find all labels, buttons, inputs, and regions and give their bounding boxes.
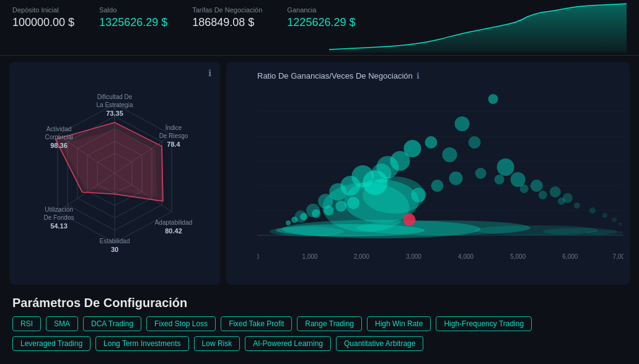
tag-dca-trading[interactable]: DCA Trading <box>83 316 141 331</box>
svg-point-77 <box>574 202 580 209</box>
scatter-info-icon: ℹ <box>416 71 420 80</box>
svg-text:7,000: 7,000 <box>612 253 624 260</box>
svg-point-64 <box>300 213 307 220</box>
tag-leveraged-trading[interactable]: Leveraged Trading <box>12 336 90 351</box>
svg-point-66 <box>324 206 333 215</box>
tags-row-2: Leveraged TradingLong Term InvestmentsLo… <box>12 336 627 351</box>
svg-text:4,000: 4,000 <box>458 253 474 260</box>
svg-text:0: 0 <box>257 253 259 260</box>
tag-quantitative-arbitrage[interactable]: Quantitative Arbitrage <box>336 336 423 351</box>
svg-point-75 <box>539 191 547 199</box>
svg-point-37 <box>488 94 498 104</box>
saldo-label: Saldo <box>99 6 167 14</box>
tag-low-risk[interactable]: Low Risk <box>194 336 240 351</box>
svg-point-33 <box>270 227 344 236</box>
scatter-title-text: Ratio De Ganancias/Veces De Negociación <box>257 71 413 80</box>
svg-point-69 <box>411 188 426 202</box>
svg-point-79 <box>602 213 607 218</box>
svg-point-74 <box>520 184 529 193</box>
svg-text:2,000: 2,000 <box>354 253 369 260</box>
svg-text:5,000: 5,000 <box>510 253 526 260</box>
tag-high-win-rate[interactable]: High Win Rate <box>367 316 431 331</box>
tag-range-trading[interactable]: Range Trading <box>297 316 362 331</box>
svg-point-49 <box>550 186 561 197</box>
svg-point-44 <box>443 147 457 162</box>
scatter-title: Ratio De Ganancias/Veces De Negociación … <box>257 71 624 80</box>
svg-point-65 <box>312 209 320 218</box>
scatter-panel: Ratio De Ganancias/Veces De Negociación … <box>226 62 630 285</box>
tag-sma[interactable]: SMA <box>46 316 78 331</box>
svg-text:1,000: 1,000 <box>302 253 318 260</box>
radar-container: Dificultad DeLa Estrategia73.35 ÍndiceDe… <box>34 93 195 254</box>
saldo-value: 1325626.29 $ <box>99 16 167 29</box>
svg-point-71 <box>449 171 463 185</box>
saldo-metric: Saldo 1325626.29 $ <box>99 6 167 29</box>
top-bar: Depósito Inicial 100000.00 $ Saldo 13256… <box>0 0 639 56</box>
svg-point-63 <box>291 217 297 223</box>
svg-point-62 <box>286 220 291 225</box>
metrics-container: Depósito Inicial 100000.00 $ Saldo 13256… <box>12 6 355 29</box>
tag-ai-powered-learning[interactable]: AI-Powered Learning <box>245 336 331 351</box>
svg-point-73 <box>495 175 505 184</box>
svg-point-72 <box>475 168 487 179</box>
svg-text:3,000: 3,000 <box>406 253 421 260</box>
deposito-metric: Depósito Inicial 100000.00 $ <box>12 6 74 29</box>
svg-text:6,000: 6,000 <box>562 253 578 260</box>
main-content: ℹ <box>0 56 639 291</box>
radar-svg <box>34 93 195 254</box>
tag-long-term-investments[interactable]: Long Term Investments <box>95 336 189 351</box>
tag-fixed-take-profit[interactable]: Fixed Take Profit <box>221 316 292 331</box>
tarifas-value: 186849.08 $ <box>192 16 262 29</box>
deposito-label: Depósito Inicial <box>12 6 74 14</box>
tarifas-label: Tarifas De Negociación <box>192 6 262 14</box>
tags-row-1: RSISMADCA TradingFixed Stop LossFixed Ta… <box>12 316 627 331</box>
tarifas-metric: Tarifas De Negociación 186849.08 $ <box>192 6 262 29</box>
svg-point-70 <box>431 180 443 192</box>
radar-info-icon: ℹ <box>208 68 211 78</box>
svg-point-76 <box>558 197 565 205</box>
svg-point-67 <box>335 201 346 212</box>
sparkline-chart <box>329 3 627 53</box>
svg-point-36 <box>586 230 624 235</box>
svg-point-46 <box>497 158 514 176</box>
svg-point-80 <box>612 217 617 222</box>
svg-point-61 <box>403 214 415 226</box>
svg-point-38 <box>455 116 470 131</box>
svg-point-39 <box>425 136 437 149</box>
scatter-svg: 8000% 7000% 6000% 5000% 4000% 3000% 2000… <box>257 87 624 266</box>
radar-panel: ℹ <box>9 62 220 285</box>
tag-fixed-stop-loss[interactable]: Fixed Stop Loss <box>146 316 216 331</box>
svg-point-68 <box>347 197 359 209</box>
bottom-section: Parámetros De Configuración RSISMADCA Tr… <box>0 291 639 364</box>
svg-point-78 <box>589 207 596 214</box>
svg-point-48 <box>531 180 543 192</box>
tag-rsi[interactable]: RSI <box>12 316 41 331</box>
deposito-value: 100000.00 $ <box>12 16 74 29</box>
svg-point-45 <box>469 136 481 149</box>
config-title: Parámetros De Configuración <box>12 296 627 310</box>
tag-high-frequency-trading[interactable]: High-Frequency Trading <box>436 316 532 331</box>
svg-point-81 <box>619 222 622 226</box>
